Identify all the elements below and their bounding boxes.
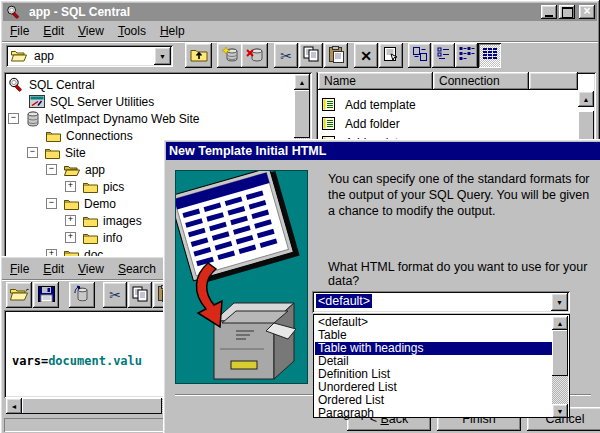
dropdown-option[interactable]: Paragraph (315, 407, 552, 420)
folder-icon (83, 232, 98, 244)
new-database-button[interactable] (217, 43, 244, 68)
dropdown-option[interactable]: Definition List (315, 368, 552, 381)
copy-button[interactable] (299, 43, 323, 68)
properties-button[interactable] (379, 43, 403, 68)
expand-expander-icon[interactable]: + (65, 232, 76, 243)
tree-item-app[interactable]: − app (46, 161, 105, 178)
wizard-title-bar[interactable]: New Template Initial HTML (166, 142, 600, 160)
scroll-up-button[interactable]: ▲ (578, 91, 594, 107)
paste-button[interactable] (324, 43, 348, 68)
column-header-filler (529, 72, 578, 90)
tree-item-images[interactable]: + images (65, 212, 142, 229)
column-header-connection[interactable]: Connection (433, 72, 529, 90)
editor-menu-edit[interactable]: Edit (36, 260, 71, 278)
desktop: app - SQL Central × File Edit View Tools… (0, 0, 600, 433)
chevron-down-icon: ▼ (556, 299, 563, 306)
format-combobox[interactable]: <default> ▼ (312, 291, 570, 313)
collapse-expander-icon[interactable]: − (46, 198, 57, 209)
menu-file[interactable]: File (3, 22, 36, 40)
list-item-add-template[interactable]: Add template (322, 95, 416, 114)
dropdown-option[interactable]: Table (315, 329, 552, 342)
scrollbar-thumb[interactable] (552, 330, 568, 376)
menu-edit[interactable]: Edit (36, 22, 71, 40)
maximize-button[interactable] (559, 5, 575, 19)
editor-menu-search[interactable]: Search (111, 260, 163, 278)
collapse-expander-icon[interactable]: − (46, 164, 57, 175)
main-title-bar[interactable]: app - SQL Central × (3, 3, 597, 21)
close-button[interactable]: × (579, 5, 595, 19)
tree-item-pics[interactable]: + pics (65, 178, 124, 195)
combobox-dropdown-button[interactable]: ▼ (551, 293, 568, 311)
list-view-icon (459, 46, 475, 65)
up-folder-icon (190, 47, 208, 65)
list-view-button[interactable] (455, 43, 478, 68)
collapse-expander-icon[interactable]: − (8, 113, 19, 124)
dropdown-scrollbar[interactable]: ▲ ▼ (552, 316, 568, 416)
minimize-button[interactable] (541, 5, 557, 19)
tree-item-connections[interactable]: Connections (46, 127, 133, 144)
tree-item-netimpact[interactable]: − NetImpact Dynamo Web Site (8, 110, 200, 127)
small-icons-button[interactable] (432, 43, 455, 68)
editor-save-button[interactable] (33, 282, 59, 308)
large-icons-button[interactable] (408, 43, 431, 68)
menu-tools[interactable]: Tools (111, 22, 153, 40)
dropdown-option[interactable]: Unordered List (315, 381, 552, 394)
address-dropdown-button[interactable]: ▼ (154, 47, 171, 65)
cut-button[interactable]: ✂ (274, 43, 298, 68)
folder-icon (83, 215, 98, 227)
tree-item-sql-central[interactable]: SQL Central (8, 76, 95, 93)
wizard-graphic (175, 170, 308, 384)
tree-label: Connections (66, 129, 133, 143)
folder-open-icon (11, 49, 27, 62)
expand-expander-icon[interactable]: + (65, 215, 76, 226)
scroll-left-button[interactable]: ◄ (6, 398, 22, 414)
collapse-expander-icon[interactable]: − (27, 147, 38, 158)
editor-cut-button[interactable]: ✂ (103, 282, 127, 308)
scrollbar-thumb[interactable] (294, 90, 310, 138)
tree-item-site[interactable]: − Site (27, 144, 86, 161)
main-window-title: app - SQL Central (29, 5, 130, 19)
expand-expander-icon[interactable]: + (65, 181, 76, 192)
magnifier-icon (8, 77, 24, 92)
scrollbar-thumb[interactable] (22, 398, 162, 414)
dropdown-option[interactable]: <default> (315, 316, 552, 329)
editor-menu-file[interactable]: File (3, 260, 36, 278)
dropdown-option[interactable]: Table with headings (315, 342, 552, 355)
editor-menu-view[interactable]: View (71, 260, 111, 278)
dropdown-option[interactable]: Ordered List (315, 394, 552, 407)
up-one-level-button[interactable] (185, 43, 212, 68)
address-combobox[interactable]: app ▼ (6, 45, 173, 67)
scroll-up-icon: ▲ (557, 320, 564, 327)
delete-x-icon: ✕ (360, 48, 372, 64)
menu-view[interactable]: View (71, 22, 111, 40)
delete-button[interactable]: ✕ (354, 43, 378, 68)
editor-open-button[interactable] (6, 282, 32, 308)
delete-database-button[interactable] (241, 43, 268, 68)
tree-label: pics (103, 180, 124, 194)
scroll-up-icon: ▲ (583, 96, 590, 103)
scroll-left-icon: ◄ (11, 403, 18, 410)
dropdown-option[interactable]: Detail (315, 355, 552, 368)
chevron-down-icon: ▼ (159, 53, 166, 60)
tree-label: info (103, 231, 122, 245)
scrollbar-track[interactable] (552, 376, 568, 404)
editor-delete-button[interactable] (69, 282, 95, 308)
main-toolbar: app ▼ ✂ ✕ (3, 42, 597, 70)
paste-icon (329, 46, 344, 66)
details-view-button[interactable] (478, 43, 501, 68)
tree-item-demo[interactable]: − Demo (46, 195, 116, 212)
menu-help[interactable]: Help (153, 22, 192, 40)
column-header-name[interactable]: Name (318, 72, 433, 90)
list-item-add-folder[interactable]: Add folder (322, 114, 400, 133)
save-floppy-icon (38, 286, 55, 305)
scroll-down-button[interactable]: ▼ (552, 404, 568, 418)
tree-item-sql-server-utilities[interactable]: SQL Server Utilities (29, 93, 154, 110)
scroll-up-button[interactable]: ▲ (294, 74, 310, 90)
details-view-icon (482, 46, 498, 65)
tree-item-info[interactable]: + info (65, 229, 122, 246)
editor-copy-button[interactable] (128, 282, 152, 308)
app-icon (6, 5, 21, 19)
large-icons-icon (412, 46, 428, 65)
scroll-up-button[interactable]: ▲ (552, 316, 568, 330)
format-dropdown-list: <default> Table Table with headings Deta… (313, 314, 570, 418)
